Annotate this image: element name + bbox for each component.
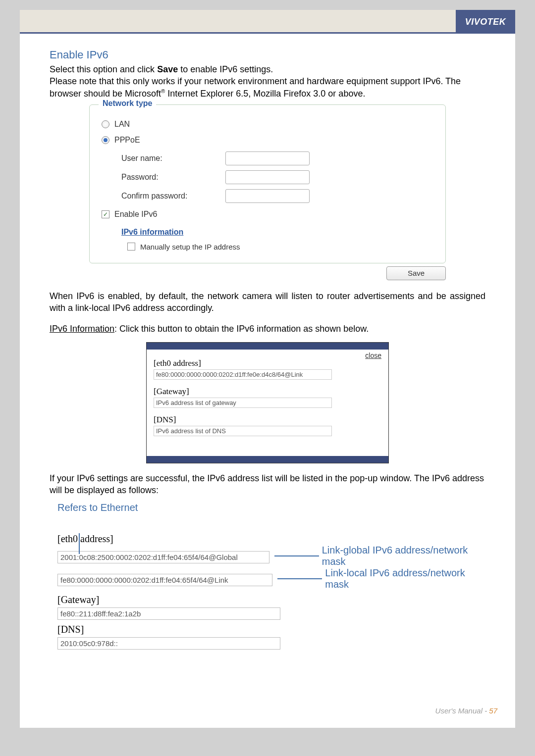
link-annotation: Link-local IPv6 address/network mask xyxy=(325,567,485,590)
radio-icon-selected xyxy=(102,136,109,144)
username-row: User name: xyxy=(102,151,433,165)
intro-para-2: Please note that this only works if your… xyxy=(50,75,485,100)
para-ipv6-enabled: When IPv6 is enabled, by default, the ne… xyxy=(50,290,485,314)
network-type-panel: Network type LAN PPPoE User name: Passwo… xyxy=(89,104,446,263)
username-input[interactable] xyxy=(225,151,310,165)
global-annotation: Link-global IPv6 address/network mask xyxy=(322,545,485,567)
close-link[interactable]: close xyxy=(365,352,381,359)
manual-ip-checkbox[interactable]: Manually setup the IP address xyxy=(102,243,433,251)
section-title: Enable IPv6 xyxy=(50,49,485,61)
popup-eth-value: fe80:0000:0000:0000:0202:d1ff:fe0e:d4c8/… xyxy=(154,369,332,380)
brand-text: VIVOTEK xyxy=(465,17,506,27)
enable-ipv6-checkbox[interactable]: ✓ Enable IPv6 xyxy=(102,210,433,219)
connector-line xyxy=(274,555,319,556)
popup-gateway-value: IPv6 address list of gateway xyxy=(154,398,332,408)
ipv6-diagram: [eth0 address] 2001:0c08:2500:0002:0202:… xyxy=(57,533,485,650)
link-address: fe80:0000:0000:0000:0202:d1ff:fe04:65f4/… xyxy=(57,574,272,586)
password-label: Password: xyxy=(102,173,225,182)
global-row: 2001:0c08:2500:0002:0202:d1ff:fe04:65f4/… xyxy=(57,545,485,567)
diagram-dns-value: 2010:05c0:978d:: xyxy=(57,637,280,650)
checkbox-checked-icon: ✓ xyxy=(102,210,109,218)
password-row: Password: xyxy=(102,170,433,184)
registered-symbol: ® xyxy=(161,88,165,94)
radio-pppoe-label: PPPoE xyxy=(114,136,140,145)
connector-line xyxy=(277,578,322,579)
ipv6-popup: close [eth0 address] fe80:0000:0000:0000… xyxy=(146,342,389,463)
pointer-line xyxy=(79,533,80,554)
diagram-dns-label: [DNS] xyxy=(57,624,485,635)
footer-manual: User's Manual - xyxy=(435,706,489,715)
manual-ip-label: Manually setup the IP address xyxy=(140,243,240,251)
panel-legend: Network type xyxy=(99,99,156,108)
save-button[interactable]: Save xyxy=(386,266,446,280)
para-ipv6-success: If your IPv6 settings are successful, th… xyxy=(50,472,485,497)
radio-lan-label: LAN xyxy=(114,120,130,129)
radio-pppoe[interactable]: PPPoE xyxy=(102,136,433,145)
diagram-eth-label: [eth0 address] xyxy=(57,533,485,545)
confirm-label: Confirm password: xyxy=(102,192,225,201)
diagram-gateway-value: fe80::211:d8ff:fea2:1a2b xyxy=(57,607,280,620)
document-page: VIVOTEK Enable IPv6 Select this option a… xyxy=(20,10,515,728)
radio-lan[interactable]: LAN xyxy=(102,120,433,129)
radio-icon xyxy=(102,120,109,128)
confirm-input[interactable] xyxy=(225,189,310,203)
popup-dns-value: IPv6 address list of DNS xyxy=(154,426,332,436)
username-label: User name: xyxy=(102,154,225,163)
popup-dns-label: [DNS] xyxy=(154,415,381,425)
refers-ethernet-label: Refers to Ethernet xyxy=(57,502,485,513)
ipv6-information-link[interactable]: IPv6 information xyxy=(102,228,183,237)
enable-ipv6-label: Enable IPv6 xyxy=(114,210,157,219)
popup-body: close [eth0 address] fe80:0000:0000:0000… xyxy=(147,350,388,456)
link-row: fe80:0000:0000:0000:0202:d1ff:fe04:65f4/… xyxy=(57,567,485,590)
checkbox-unchecked-icon xyxy=(127,243,135,251)
popup-eth-label: [eth0 address] xyxy=(154,358,381,368)
save-row: Save xyxy=(89,266,446,280)
footer: User's Manual - 57 xyxy=(435,706,497,715)
popup-titlebar xyxy=(147,343,388,350)
header-band: VIVOTEK xyxy=(20,10,515,34)
content-area: Enable IPv6 Select this option and click… xyxy=(20,34,515,669)
popup-bottombar xyxy=(147,456,388,463)
para-ipv6-info: IPv6 Information: Click this button to o… xyxy=(50,323,485,335)
confirm-row: Confirm password: xyxy=(102,189,433,203)
footer-page: 57 xyxy=(489,706,497,715)
global-address: 2001:0c08:2500:0002:0202:d1ff:fe04:65f4/… xyxy=(57,551,269,563)
password-input[interactable] xyxy=(225,170,310,184)
diagram-gateway-label: [Gateway] xyxy=(57,594,485,605)
intro-para-1: Select this option and click Save to ena… xyxy=(50,63,485,75)
brand-block: VIVOTEK xyxy=(456,10,515,34)
popup-gateway-label: [Gateway] xyxy=(154,387,381,397)
